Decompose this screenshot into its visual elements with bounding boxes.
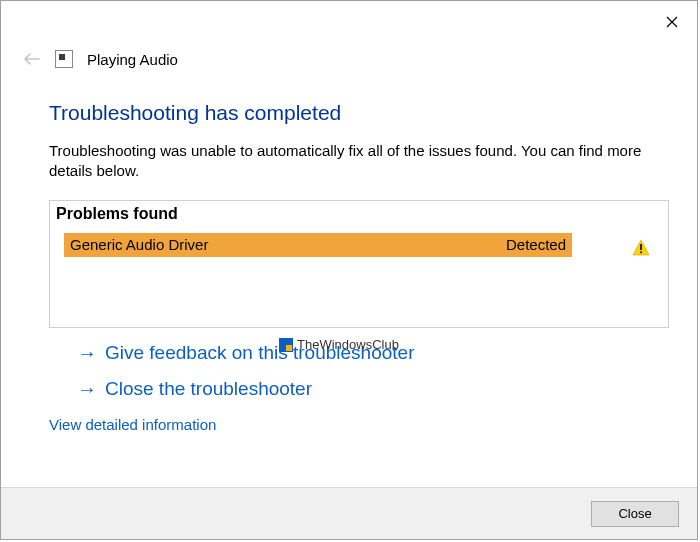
warning-icon [632, 239, 650, 257]
problems-heading: Problems found [50, 201, 668, 233]
close-button[interactable]: Close [591, 501, 679, 527]
svg-rect-1 [640, 244, 642, 250]
problem-status: Detected [506, 236, 566, 253]
window-title: Playing Audio [87, 51, 178, 68]
close-troubleshooter-link[interactable]: → Close the troubleshooter [77, 378, 312, 400]
give-feedback-label: Give feedback on this troubleshooter [105, 342, 414, 364]
problems-found-box: Problems found Generic Audio Driver Dete… [49, 200, 669, 328]
arrow-right-icon: → [77, 343, 97, 363]
troubleshooter-app-icon [55, 50, 73, 68]
arrow-right-icon: → [77, 379, 97, 399]
page-heading: Troubleshooting has completed [49, 101, 669, 125]
close-icon[interactable] [661, 11, 683, 33]
problem-name: Generic Audio Driver [70, 236, 208, 253]
troubleshooter-window: Playing Audio Troubleshooting has comple… [0, 0, 698, 540]
page-description: Troubleshooting was unable to automatica… [49, 141, 659, 182]
problem-row[interactable]: Generic Audio Driver Detected [64, 233, 572, 257]
header-row: Playing Audio [21, 49, 178, 69]
footer-bar: Close [1, 487, 697, 539]
close-troubleshooter-label: Close the troubleshooter [105, 378, 312, 400]
main-content: Troubleshooting has completed Troublesho… [49, 101, 669, 433]
back-arrow-icon [21, 49, 41, 69]
give-feedback-link[interactable]: → Give feedback on this troubleshooter [77, 342, 414, 364]
view-detailed-info-link[interactable]: View detailed information [49, 416, 216, 433]
svg-rect-2 [640, 251, 642, 253]
